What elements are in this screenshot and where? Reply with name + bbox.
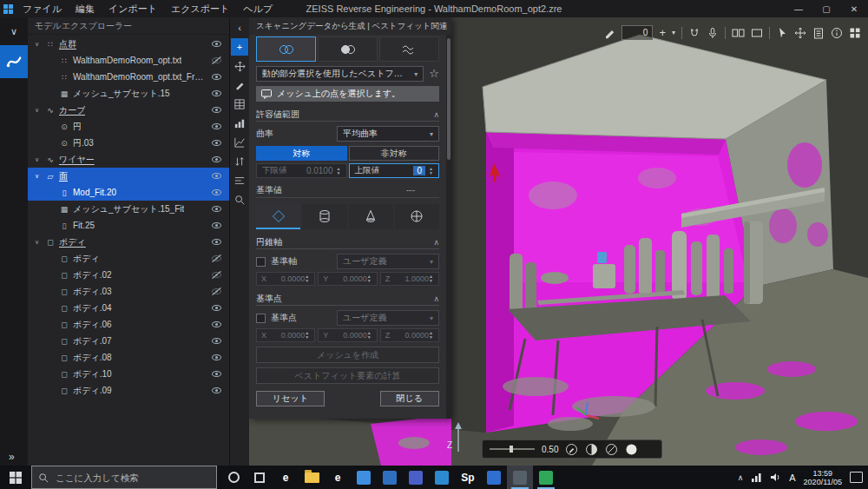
- maximize-button[interactable]: ▢: [812, 0, 840, 17]
- info-icon[interactable]: [831, 27, 843, 39]
- tray-chevron-up-icon[interactable]: ∧: [738, 473, 744, 482]
- tree-item-body[interactable]: ∨ ◻ ボディ: [28, 250, 229, 267]
- reference-axis-checkbox[interactable]: [256, 257, 266, 267]
- menu-item[interactable]: インポート: [102, 0, 164, 17]
- taskbar-app-blue[interactable]: [429, 466, 455, 489]
- shape-tab-plane[interactable]: [256, 204, 300, 229]
- taskbar-task-view[interactable]: [247, 466, 273, 489]
- spinner-arrows[interactable]: ▲▼: [337, 167, 345, 175]
- tree-item-body-08[interactable]: ∨ ◻ ボディ.08: [28, 349, 229, 366]
- visibility-toggle[interactable]: [211, 352, 222, 363]
- expand-chevron-icon[interactable]: ∨: [35, 107, 42, 114]
- shade-half-icon[interactable]: [585, 443, 598, 456]
- curvature-select[interactable]: 平均曲率 ▾: [337, 126, 439, 142]
- visibility-toggle[interactable]: [211, 236, 222, 248]
- histogram-icon[interactable]: [231, 115, 248, 132]
- base-point-checkbox[interactable]: [256, 314, 266, 323]
- dual-view-icon[interactable]: [732, 27, 745, 39]
- chevron-down-icon[interactable]: ▾: [672, 29, 675, 36]
- visibility-toggle[interactable]: [211, 269, 222, 281]
- tree-item-curve-group[interactable]: ∨ ∿ カーブ: [28, 102, 229, 118]
- menu-item[interactable]: 編集: [69, 0, 102, 17]
- taskbar-file-explorer[interactable]: [299, 466, 325, 489]
- tree-item-walthamdemoroom-from-pset[interactable]: ∨ ∷ WalthamDemoRoom_opt.txt_From_Pset: [28, 69, 229, 85]
- tree-item-body-10[interactable]: ∨ ◻ ボディ.10: [28, 366, 229, 382]
- taskbar-search[interactable]: [31, 466, 217, 489]
- select-tool-button[interactable]: [0, 45, 28, 78]
- pen-icon[interactable]: [231, 76, 248, 94]
- visibility-toggle[interactable]: [211, 88, 222, 99]
- tree-item-body-04[interactable]: ∨ ◻ ボディ.04: [28, 300, 229, 316]
- expand-chevron-icon[interactable]: ∨: [35, 173, 42, 180]
- brush-icon[interactable]: [603, 27, 615, 39]
- transform-icon[interactable]: [231, 57, 248, 75]
- start-button[interactable]: [0, 466, 31, 489]
- tree-item-fit-25[interactable]: ∨ ▯ Fit.25: [28, 217, 229, 234]
- volume-icon[interactable]: [770, 472, 781, 482]
- minimize-button[interactable]: —: [785, 0, 812, 17]
- expand-chevron-icon[interactable]: ∨: [35, 41, 42, 48]
- asymmetric-button[interactable]: 非対称: [349, 146, 440, 161]
- menu-item[interactable]: エクスポート: [164, 0, 236, 17]
- taskbar-edge[interactable]: e: [273, 466, 299, 489]
- tree-item-body-06[interactable]: ∨ ◻ ボディ.06: [28, 316, 229, 333]
- tree-item-body-02[interactable]: ∨ ◻ ボディ.02: [28, 267, 229, 283]
- tree-item-mod-fit-20[interactable]: ∨ ▯ Mod_Fit.20: [28, 184, 229, 201]
- taskbar-mail[interactable]: [351, 466, 377, 489]
- search-icon[interactable]: [231, 191, 248, 208]
- visibility-toggle[interactable]: [211, 121, 222, 132]
- add-point-icon[interactable]: +: [659, 27, 666, 38]
- tree-item-circle-03[interactable]: ∨ ⊙ 円.03: [28, 135, 229, 151]
- collapse-panel-icon[interactable]: ‹: [231, 19, 248, 36]
- collapse-section-icon[interactable]: ∧: [433, 294, 439, 303]
- clipboard-icon[interactable]: [812, 27, 825, 39]
- single-view-icon[interactable]: [751, 27, 763, 39]
- mode-tab-points[interactable]: [256, 36, 316, 62]
- grid-icon[interactable]: [849, 27, 861, 39]
- visibility-toggle[interactable]: [211, 71, 222, 83]
- tree-item-mesh-subset-15[interactable]: ∨ ▦ メッシュ_サブセット.15: [28, 85, 229, 102]
- chevron-down-icon[interactable]: ∨: [0, 23, 28, 40]
- shade-full-icon[interactable]: [625, 443, 638, 456]
- reset-button[interactable]: リセット: [256, 391, 325, 406]
- menu-item[interactable]: ヘルプ: [236, 0, 279, 17]
- symmetric-button[interactable]: 対称: [256, 146, 347, 161]
- expand-chevron-icon[interactable]: ∨: [35, 156, 42, 163]
- taskbar-app-green[interactable]: [533, 466, 559, 489]
- visibility-toggle[interactable]: [211, 302, 222, 314]
- slider-handle[interactable]: [510, 446, 513, 453]
- search-input[interactable]: [54, 472, 197, 484]
- clock[interactable]: 13:592020/11/05: [804, 469, 842, 486]
- shade-off-icon[interactable]: [605, 443, 618, 456]
- notification-center-icon[interactable]: [850, 472, 863, 483]
- visibility-toggle[interactable]: [211, 385, 222, 396]
- ime-indicator[interactable]: A: [789, 472, 795, 483]
- tree-item-circle[interactable]: ∨ ⊙ 円: [28, 118, 229, 135]
- line-chart-icon[interactable]: [231, 134, 248, 151]
- shape-tab-cone[interactable]: [349, 204, 393, 229]
- tree-item-body-09[interactable]: ∨ ◻ ボディ.09: [28, 382, 229, 399]
- point-size-slider[interactable]: [490, 448, 535, 450]
- taskbar-app-blue-2[interactable]: [481, 466, 507, 489]
- table-icon[interactable]: [231, 96, 248, 113]
- dialog-scrollbar[interactable]: [446, 35, 451, 419]
- spinner-arrows[interactable]: ▲▼: [429, 167, 437, 175]
- tree-item-walthamdemoroom-opt-txt[interactable]: ∨ ∷ WalthamDemoRoom_opt.txt: [28, 52, 229, 69]
- network-icon[interactable]: [751, 472, 762, 482]
- visibility-toggle[interactable]: [211, 368, 222, 380]
- tree-item-body-03[interactable]: ∨ ◻ ボディ.03: [28, 283, 229, 300]
- mode-tab-regions[interactable]: [318, 36, 378, 62]
- magnet-icon[interactable]: [688, 27, 700, 39]
- visibility-toggle[interactable]: [211, 170, 222, 182]
- collapse-section-icon[interactable]: ∧: [433, 110, 439, 119]
- visibility-toggle[interactable]: [211, 319, 222, 330]
- edit-point-icon[interactable]: [565, 443, 578, 456]
- tree-item-tengun[interactable]: ∨ ∷ 点群: [28, 36, 229, 52]
- visibility-toggle[interactable]: [211, 137, 222, 149]
- tree-item-body-07[interactable]: ∨ ◻ ボディ.07: [28, 333, 229, 349]
- shape-tab-cylinder[interactable]: [302, 204, 346, 229]
- expand-panel-button[interactable]: »: [3, 450, 20, 464]
- collapse-section-icon[interactable]: ∧: [433, 238, 439, 247]
- tree-item-mesh-subset-15-fit[interactable]: ∨ ▦ メッシュ_サブセット.15_Fit: [28, 201, 229, 217]
- visibility-toggle[interactable]: [211, 286, 222, 297]
